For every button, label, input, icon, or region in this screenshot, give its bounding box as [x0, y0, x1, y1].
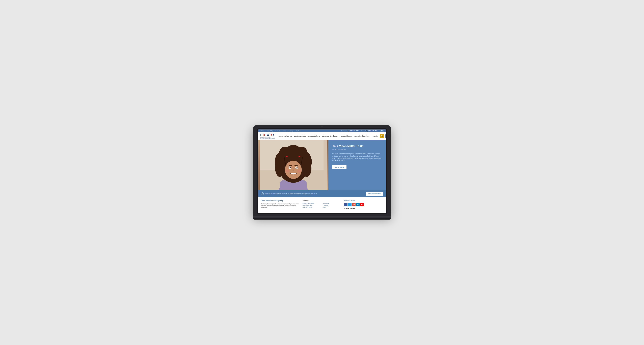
- nav-residential-care[interactable]: Residential Care: [340, 135, 352, 137]
- sitemap-links: Parents And Carers Local Authorities Our…: [302, 203, 342, 209]
- sitemap-title: Sitemap: [302, 200, 342, 202]
- commitment-title: Our Commitment To Quality: [261, 200, 300, 202]
- footer: Our Commitment To Quality The Priory Gro…: [258, 197, 386, 212]
- sitemap-link-specialisms[interactable]: Our Specialisms: [302, 207, 321, 208]
- hero-subtitle: Latest Case Studies: [332, 149, 382, 150]
- logo[interactable]: PRIORY EDUCATION ANDCHILDREN'S SERVICES: [260, 133, 275, 139]
- laptop-bottom: [253, 218, 391, 220]
- social-title: Follow Us On:: [344, 200, 383, 202]
- info-bar: i Want to learn more? Get in touch on 09…: [258, 190, 386, 197]
- nav-international[interactable]: International Services: [354, 135, 369, 137]
- commitment-text: The Priory Group aspires to deliver the …: [261, 203, 300, 209]
- hero-content: Your Views Matter To Us Latest Case Stud…: [328, 140, 386, 190]
- footer-social: Follow Us On: f t g+ in ▶ Get In Touch:: [344, 200, 383, 210]
- hero-image: [258, 140, 328, 190]
- nav-links: Parents And Carers Local Authorities Our…: [278, 135, 378, 137]
- read-more-button[interactable]: READ MORE: [332, 165, 346, 169]
- logo-text: PRIORY EDUCATION ANDCHILDREN'S SERVICES: [260, 133, 275, 139]
- nav-bar: PRIORY EDUCATION ANDCHILDREN'S SERVICES …: [258, 132, 386, 140]
- svg-point-11: [286, 145, 301, 157]
- hero-title: Your Views Matter To Us: [332, 145, 382, 148]
- svg-point-21: [289, 167, 290, 168]
- search-button[interactable]: 🔍: [380, 134, 384, 138]
- nav-fostering[interactable]: Fostering: [372, 135, 378, 137]
- top-link-about[interactable]: About: [260, 130, 264, 132]
- sitemap-link-parents[interactable]: Parents And Carers: [302, 203, 321, 204]
- nav-parents-carers[interactable]: Parents And Carers: [278, 135, 292, 137]
- top-bar-contact: Referrals 📞 0800 188 4737 General 📞 0800…: [341, 130, 384, 132]
- svg-point-25: [286, 170, 290, 172]
- website: About Availability Careers News And Blog…: [258, 129, 386, 213]
- youtube-icon[interactable]: ▶: [360, 203, 364, 206]
- referrals-label: Referrals 📞 0800 188 4737: [341, 130, 358, 132]
- hero-section: Your Views Matter To Us Latest Case Stud…: [258, 140, 386, 190]
- sitemap-link-careers[interactable]: Careers: [323, 205, 342, 206]
- footer-commitment: Our Commitment To Quality The Priory Gro…: [261, 200, 300, 210]
- linkedin-icon[interactable]: in: [356, 203, 360, 206]
- svg-point-19: [289, 167, 291, 168]
- nav-local-authorities[interactable]: Local Authorities: [294, 135, 306, 137]
- screen: About Availability Careers News And Blog…: [258, 129, 386, 213]
- laptop-body: About Availability Careers News And Blog…: [253, 125, 391, 216]
- social-icons: f t g+ in ▶: [344, 203, 383, 206]
- camera-dot: [322, 126, 322, 127]
- top-link-careers[interactable]: Careers: [276, 130, 280, 132]
- laptop-frame: About Availability Careers News And Blog…: [253, 125, 391, 220]
- footer-sitemap: Sitemap Parents And Carers Local Authori…: [302, 200, 342, 210]
- screen-bezel: About Availability Careers News And Blog…: [257, 128, 387, 214]
- svg-point-22: [296, 167, 297, 168]
- svg-point-23: [292, 169, 294, 171]
- nav-specialisms[interactable]: Our Specialisms: [308, 135, 320, 137]
- top-link-availability[interactable]: Availability: [266, 130, 273, 132]
- top-link-contact[interactable]: Contact: [296, 130, 300, 132]
- info-message: Want to learn more? Get in touch on 0900…: [265, 193, 317, 195]
- svg-point-12: [275, 160, 284, 177]
- logo-priory: PRIORY: [260, 133, 275, 137]
- nav-schools-colleges[interactable]: Schools and Colleges: [322, 135, 338, 137]
- svg-point-13: [302, 160, 312, 177]
- top-link-news[interactable]: News And Blogs: [283, 130, 293, 132]
- info-text: i Want to learn more? Get in touch on 09…: [261, 192, 317, 195]
- laptop-base: [253, 216, 391, 218]
- top-bar-links: About Availability Careers News And Blog…: [260, 130, 300, 132]
- twitter-icon[interactable]: t: [348, 203, 352, 206]
- top-bar: About Availability Careers News And Blog…: [258, 129, 386, 132]
- facebook-icon[interactable]: f: [344, 203, 348, 206]
- google-plus-icon[interactable]: g+: [352, 203, 356, 206]
- accessibility-toggle[interactable]: A A: [380, 130, 384, 132]
- sitemap-link-local[interactable]: Local Authorities: [302, 205, 321, 206]
- hero-illustration: [258, 140, 328, 190]
- svg-point-26: [297, 170, 301, 172]
- get-in-touch: Get In Touch:: [344, 208, 383, 210]
- general-label: General 📞 0800 188 4737: [361, 130, 377, 132]
- enquiry-button[interactable]: MAKE AN ENQUIRY: [386, 134, 386, 138]
- sitemap-link-news[interactable]: News: [323, 207, 342, 208]
- svg-point-20: [296, 167, 298, 168]
- logo-subtitle: EDUCATION ANDCHILDREN'S SERVICES: [260, 137, 275, 139]
- hero-description: We share case studies from young people …: [332, 153, 382, 162]
- enquire-online-button[interactable]: ENQUIRE ONLINE: [366, 192, 383, 196]
- info-icon: i: [261, 192, 264, 195]
- sitemap-link-availability[interactable]: Availability: [323, 203, 342, 204]
